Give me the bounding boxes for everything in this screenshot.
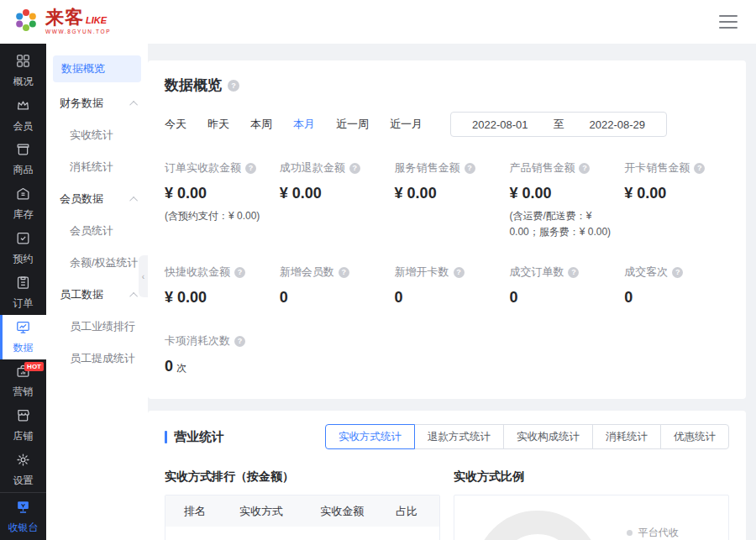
rail-item-data[interactable]: 数据 (0, 315, 46, 359)
pie-legend: 平台代收 线上微信支付 现金 其他 微信（记账） 支付宝（记账） POS机（记账… (627, 526, 713, 540)
top-header: 来客 LIKE WWW.8GYUN.TOP (0, 0, 756, 44)
tab-income-composition[interactable]: 实收构成统计 (503, 424, 593, 449)
tab-discount[interactable]: 优惠统计 (660, 424, 729, 449)
title-accent-bar (165, 431, 167, 443)
chevron-up-icon (129, 100, 138, 108)
sidebar-item-member-stats[interactable]: 会员统计 (53, 215, 141, 247)
storefront-icon (15, 407, 31, 426)
empty-state: 暂无数据 (165, 527, 439, 540)
help-icon[interactable]: ? (234, 336, 245, 347)
sidebar-group-staff-data[interactable]: 员工数据 (53, 279, 141, 311)
stat-deal-orders: 成交订单数? 0 (509, 265, 614, 307)
sidebar-item-balance-stats[interactable]: 余额/权益统计 (53, 247, 141, 279)
legend-item[interactable]: 平台代收 (627, 526, 710, 540)
rail-item-goods[interactable]: 商品 (0, 138, 46, 182)
filter-this-week[interactable]: 本周 (250, 117, 272, 132)
date-separator: 至 (554, 117, 564, 132)
date-range-picker[interactable]: 2022-08-01 至 2022-08-29 (450, 112, 667, 137)
stat-new-cards: 新增开卡数? 0 (395, 265, 500, 307)
main-content: 数据概览 ? 今天 昨天 本周 本月 近一周 近一月 2022-08-01 至 … (148, 44, 756, 540)
help-icon[interactable]: ? (568, 267, 579, 278)
date-start: 2022-08-01 (472, 118, 528, 131)
stat-refund: 成功退款金额? ¥ 0.00 (280, 160, 385, 239)
stat-product-sales: 产品销售金额? ¥ 0.00 (含运费/配送费：¥ 0.00；服务费：¥ 0.0… (509, 160, 614, 239)
rail-item-shop[interactable]: 店铺 (0, 403, 46, 448)
help-icon[interactable]: ? (245, 163, 256, 174)
brand-url: WWW.8GYUN.TOP (45, 29, 111, 35)
brand-logo: 来客 LIKE WWW.8GYUN.TOP (12, 6, 111, 38)
hamburger-menu-icon[interactable] (719, 15, 738, 29)
stat-order-income: 订单实收款金额? ¥ 0.00 (含预约支付：¥ 0.00) (165, 160, 270, 239)
legend-dot-icon (627, 530, 633, 536)
warehouse-icon (15, 186, 31, 204)
filter-last-week[interactable]: 近一周 (336, 117, 369, 132)
rail-item-booking[interactable]: 预约 (0, 226, 46, 270)
stat-service-sales: 服务销售金额? ¥ 0.00 (395, 160, 500, 239)
help-icon[interactable]: ? (349, 163, 360, 174)
tab-refund-method[interactable]: 退款方式统计 (414, 424, 504, 449)
rail-item-settings[interactable]: 设置 (0, 448, 46, 492)
income-ratio-panel: 实收方式比例 总金额 ¥ 0.00 平台代收 线上微信支付 现金 (454, 469, 729, 540)
tab-consumption[interactable]: 消耗统计 (592, 424, 661, 449)
rank-table-header: 排名 实收方式 实收金额 占比 (165, 495, 439, 527)
rail-item-members[interactable]: 会员 (0, 93, 46, 138)
help-icon[interactable]: ? (228, 80, 239, 92)
stats-row-1: 订单实收款金额? ¥ 0.00 (含预约支付：¥ 0.00) 成功退款金额? ¥… (165, 160, 729, 239)
rail-item-orders[interactable]: 订单 (0, 270, 46, 315)
sidebar-group-finance[interactable]: 财务数据 (53, 87, 141, 119)
sidebar-item-income-stats[interactable]: 实收统计 (53, 119, 141, 151)
filter-yesterday[interactable]: 昨天 (207, 117, 229, 132)
pie-chart-box: 总金额 ¥ 0.00 平台代收 线上微信支付 现金 其他 微信（记账） 支付宝（… (454, 495, 729, 540)
rail-footer: 收银台 (0, 492, 46, 540)
sidebar-collapse-handle[interactable]: ‹ (139, 255, 148, 297)
stats-row-3: 卡项消耗次数? 0次 (165, 333, 729, 375)
help-icon[interactable]: ? (672, 267, 683, 278)
help-icon[interactable]: ? (465, 163, 475, 174)
filter-last-month[interactable]: 近一月 (390, 117, 423, 132)
section-title: 营业统计 (165, 429, 224, 445)
sidebar-item-consumption-stats[interactable]: 消耗统计 (53, 151, 141, 183)
brand-name-cn: 来客 (45, 8, 84, 27)
page-title: 数据概览 (165, 76, 222, 95)
rail-item-overview[interactable]: 概况 (0, 49, 46, 93)
business-stats-card: 营业统计 实收方式统计 退款方式统计 实收构成统计 消耗统计 优惠统计 实收方式… (148, 411, 746, 540)
rail-item-inventory[interactable]: 库存 (0, 181, 46, 226)
tab-income-method[interactable]: 实收方式统计 (325, 424, 415, 449)
income-rank-panel: 实收方式排行（按金额） 排名 实收方式 实收金额 占比 (165, 469, 440, 540)
help-icon[interactable]: ? (579, 163, 590, 174)
overview-card: 数据概览 ? 今天 昨天 本周 本月 近一周 近一月 2022-08-01 至 … (148, 60, 746, 399)
hot-badge: HOT (24, 362, 44, 372)
dashboard-icon (15, 53, 31, 71)
rank-title: 实收方式排行（按金额） (165, 469, 440, 485)
help-icon[interactable]: ? (339, 267, 349, 278)
rail-item-cashier[interactable]: 收银台 (0, 493, 46, 540)
stat-tabs: 实收方式统计 退款方式统计 实收构成统计 消耗统计 优惠统计 (325, 424, 729, 449)
date-filter-bar: 今天 昨天 本周 本月 近一周 近一月 2022-08-01 至 2022-08… (165, 112, 729, 137)
stat-deal-visits: 成交客次? 0 (624, 265, 729, 307)
brand-name-en: LIKE (86, 16, 107, 27)
pie-title: 实收方式比例 (454, 469, 729, 485)
filter-this-month[interactable]: 本月 (293, 117, 315, 132)
chevron-up-icon (129, 291, 138, 300)
sidebar-group-member-data[interactable]: 会员数据 (53, 183, 141, 215)
rank-table: 排名 实收方式 实收金额 占比 (165, 495, 440, 540)
cashier-icon (15, 499, 31, 517)
date-end: 2022-08-29 (590, 118, 646, 131)
secondary-sidebar: 数据概览 财务数据 实收统计 消耗统计 会员数据 会员统计 余额/权益统计 员工… (46, 44, 148, 540)
donut-chart: 总金额 ¥ 0.00 (475, 511, 601, 540)
rail-item-marketing[interactable]: HOT 营销 (0, 359, 46, 404)
stats-row-2: 快捷收款金额? ¥ 0.00 新增会员数? 0 新增开卡数? 0 成交订单数? … (165, 265, 729, 307)
order-clipboard-icon (15, 275, 31, 293)
help-icon[interactable]: ? (454, 267, 465, 278)
data-monitor-icon (15, 319, 31, 338)
help-icon[interactable]: ? (234, 267, 245, 278)
chevron-up-icon (129, 196, 138, 204)
sidebar-item-staff-ranking[interactable]: 员工业绩排行 (53, 311, 141, 343)
brand-pinwheel-icon (12, 6, 40, 38)
stat-quick-payment: 快捷收款金额? ¥ 0.00 (165, 265, 270, 307)
sidebar-item-staff-commission[interactable]: 员工提成统计 (53, 343, 141, 375)
sidebar-item-data-overview[interactable]: 数据概览 (53, 55, 141, 82)
filter-today[interactable]: 今天 (165, 117, 186, 132)
primary-nav-rail: 概况 会员 商品 库存 (0, 44, 46, 540)
help-icon[interactable]: ? (694, 163, 705, 174)
